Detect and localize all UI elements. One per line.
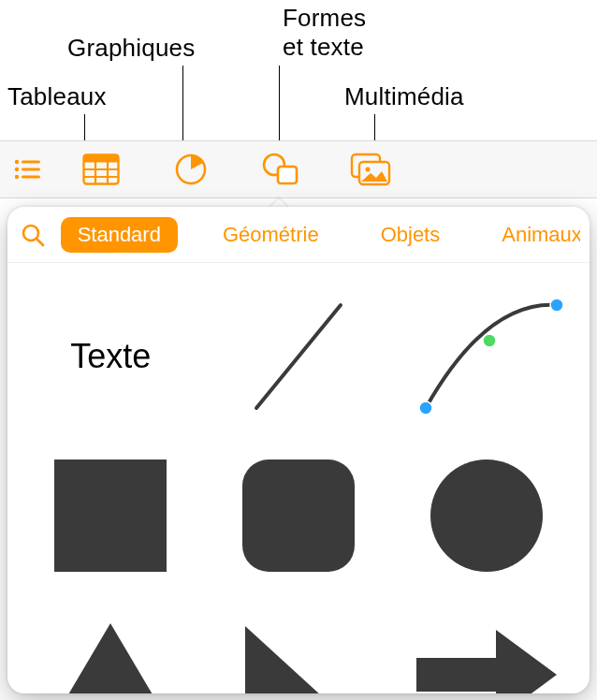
search-button[interactable] (15, 216, 51, 254)
arrow-icon (412, 619, 561, 693)
shape-icon (262, 153, 299, 186)
svg-marker-26 (416, 630, 557, 693)
shape-text-label: Texte (70, 337, 151, 376)
shapes-button[interactable] (236, 140, 326, 198)
shape-square[interactable] (26, 441, 196, 591)
svg-point-17 (366, 168, 371, 172)
search-icon (20, 222, 46, 248)
svg-line-19 (36, 239, 43, 245)
insert-toolbar (0, 140, 597, 198)
tab-geometrie[interactable]: Géométrie (206, 217, 336, 253)
callout-multimedia: Multimédia (344, 82, 464, 111)
svg-point-21 (419, 401, 432, 415)
shape-rounded-square[interactable] (214, 441, 384, 591)
callout-tableaux: Tableaux (7, 82, 107, 111)
svg-marker-25 (245, 626, 355, 693)
media-icon (350, 153, 391, 186)
svg-point-4 (15, 175, 19, 179)
shape-text[interactable]: Texte (26, 282, 196, 431)
svg-rect-5 (22, 176, 40, 179)
svg-rect-3 (22, 168, 40, 171)
shape-circle[interactable] (401, 441, 571, 591)
shapes-grid: Texte (7, 263, 590, 693)
callout-graphiques: Graphiques (67, 34, 195, 63)
tab-animaux[interactable]: Animaux (485, 217, 580, 253)
svg-point-22 (483, 334, 496, 347)
list-icon (14, 158, 42, 181)
shape-right-triangle[interactable] (214, 600, 384, 693)
square-icon (54, 459, 167, 572)
svg-rect-7 (84, 155, 119, 163)
triangle-icon (45, 619, 176, 693)
tab-standard[interactable]: Standard (61, 217, 178, 253)
category-tabs: Standard Géométrie Objets Animaux (61, 217, 580, 253)
svg-rect-1 (22, 161, 40, 164)
tab-objets[interactable]: Objets (364, 217, 458, 253)
svg-point-0 (15, 160, 19, 164)
shape-curve[interactable] (401, 282, 571, 431)
chart-button[interactable] (146, 140, 236, 198)
shape-triangle[interactable] (26, 600, 196, 693)
shapes-popover: Standard Géométrie Objets Animaux Texte (7, 207, 590, 693)
shape-line[interactable] (214, 282, 384, 431)
chart-icon (174, 153, 208, 186)
svg-rect-14 (278, 167, 297, 183)
svg-line-20 (256, 305, 341, 408)
rounded-square-icon (242, 459, 355, 572)
svg-marker-24 (50, 623, 171, 693)
list-button[interactable] (0, 140, 56, 198)
curve-icon (407, 286, 566, 427)
shape-arrow[interactable] (401, 600, 571, 693)
category-bar: Standard Géométrie Objets Animaux (7, 207, 590, 263)
table-icon (82, 153, 120, 185)
callout-formes: Formes et texte (283, 4, 366, 62)
right-triangle-icon (238, 619, 359, 693)
table-button[interactable] (56, 140, 146, 198)
circle-icon (430, 459, 543, 572)
line-icon (228, 286, 369, 427)
callout-area: Tableaux Graphiques Formes et texte Mult… (0, 0, 597, 140)
media-button[interactable] (326, 140, 415, 198)
svg-point-2 (15, 168, 19, 171)
svg-point-23 (550, 299, 563, 312)
